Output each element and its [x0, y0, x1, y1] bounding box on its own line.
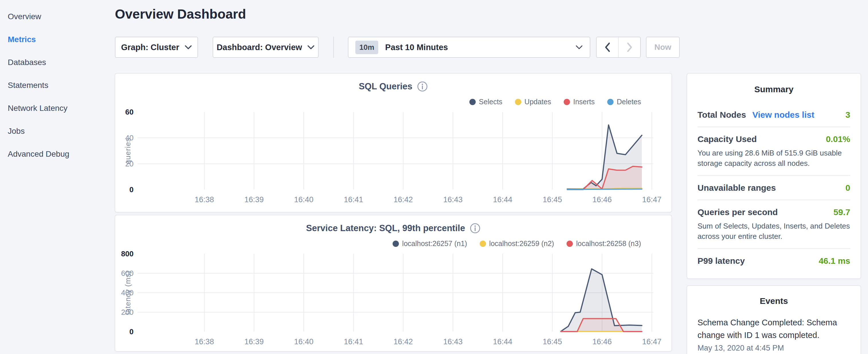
dashboard-dropdown[interactable]: Dashboard: Overview — [213, 37, 319, 58]
svg-text:16:47: 16:47 — [642, 195, 662, 204]
time-next-button[interactable] — [618, 37, 640, 57]
events-panel: Events Schema Change Completed: Schema c… — [687, 285, 861, 354]
page: OverviewMetricsDatabasesStatementsNetwor… — [0, 0, 868, 354]
controls-divider — [333, 37, 334, 58]
sidebar-item-network-latency[interactable]: Network Latency — [8, 98, 115, 121]
event-timestamp: May 13, 2020 at 4:45 PM — [698, 344, 850, 353]
summary-row: Queries per second59.7Sum of Selects, Up… — [698, 200, 850, 248]
svg-text:16:41: 16:41 — [344, 195, 363, 204]
graph-dropdown-label: Graph: Cluster — [121, 43, 179, 52]
events-list: Schema Change Completed: Schema change w… — [698, 316, 850, 353]
time-prev-button[interactable] — [597, 37, 618, 57]
summary-row-value: 3 — [845, 110, 850, 120]
time-range-badge: 10m — [355, 41, 378, 54]
graph-dropdown[interactable]: Graph: Cluster — [115, 37, 198, 58]
summary-row-value: 59.7 — [834, 207, 850, 217]
time-pager — [596, 37, 641, 58]
chevron-down-icon — [307, 45, 315, 50]
svg-text:16:38: 16:38 — [194, 195, 214, 204]
summary-title: Summary — [698, 84, 850, 95]
summary-row-value: 46.1 ms — [819, 256, 850, 266]
summary-row: Total NodesView nodes list3 — [698, 103, 850, 127]
svg-text:200: 200 — [121, 308, 133, 317]
summary-panel: Summary Total NodesView nodes list3Capac… — [687, 73, 861, 279]
summary-row: Capacity Used0.01%You are using 28.6 MiB… — [698, 127, 850, 175]
svg-text:16:40: 16:40 — [294, 195, 313, 204]
service-latency-plot: 16:3816:3916:4016:4116:4216:4316:4416:45… — [115, 215, 672, 351]
svg-text:20: 20 — [125, 160, 133, 168]
sidebar-item-metrics[interactable]: Metrics — [8, 29, 115, 52]
sidebar-item-overview[interactable]: Overview — [8, 6, 115, 29]
dashboard-dropdown-label: Dashboard: Overview — [217, 43, 302, 52]
summary-row-label: Capacity Used — [698, 134, 757, 144]
sidebar-item-statements[interactable]: Statements — [8, 75, 115, 98]
summary-row: P99 latency46.1 ms — [698, 248, 850, 273]
svg-text:16:42: 16:42 — [394, 195, 413, 204]
summary-row-subtext: Sum of Selects, Updates, Inserts, and De… — [698, 221, 850, 242]
svg-text:16:41: 16:41 — [344, 337, 363, 346]
sidebar-item-databases[interactable]: Databases — [8, 52, 115, 75]
svg-text:16:47: 16:47 — [642, 337, 662, 346]
view-nodes-list-link[interactable]: View nodes list — [752, 110, 814, 120]
page-title: Overview Dashboard — [115, 6, 246, 22]
time-range-selector[interactable]: 10m Past 10 Minutes — [348, 37, 590, 58]
svg-text:40: 40 — [125, 133, 133, 142]
summary-row-value: 0 — [845, 183, 850, 193]
svg-text:16:45: 16:45 — [543, 337, 562, 346]
summary-row-value: 0.01% — [826, 134, 850, 144]
svg-text:400: 400 — [121, 288, 133, 297]
chevron-down-icon — [576, 45, 583, 50]
summary-row-label: Queries per second — [698, 207, 778, 217]
chevron-left-icon — [604, 42, 611, 53]
svg-text:16:38: 16:38 — [194, 337, 214, 346]
service-latency-chart-card: Service Latency: SQL, 99th percentile lo… — [115, 215, 672, 352]
svg-text:60: 60 — [125, 108, 133, 116]
svg-text:0: 0 — [129, 327, 133, 336]
svg-text:16:43: 16:43 — [443, 337, 463, 346]
events-title: Events — [698, 296, 850, 307]
chevron-down-icon — [185, 45, 192, 50]
svg-text:16:45: 16:45 — [543, 195, 562, 204]
svg-text:16:42: 16:42 — [394, 337, 413, 346]
svg-text:16:43: 16:43 — [443, 195, 463, 204]
svg-text:16:44: 16:44 — [493, 337, 513, 346]
svg-text:16:40: 16:40 — [294, 337, 313, 346]
svg-text:16:46: 16:46 — [592, 337, 612, 346]
svg-text:16:39: 16:39 — [244, 195, 264, 204]
svg-text:16:39: 16:39 — [244, 337, 264, 346]
svg-text:800: 800 — [121, 250, 133, 258]
sidebar: OverviewMetricsDatabasesStatementsNetwor… — [0, 0, 115, 354]
svg-text:600: 600 — [121, 269, 133, 278]
summary-row-label: Unavailable ranges — [698, 183, 776, 193]
chevron-right-icon — [626, 42, 633, 53]
summary-row-label: Total Nodes — [698, 110, 746, 120]
sidebar-item-jobs[interactable]: Jobs — [8, 121, 115, 144]
summary-rows: Total NodesView nodes list3Capacity Used… — [698, 103, 850, 273]
summary-row-subtext: You are using 28.6 MiB of 515.9 GiB usab… — [698, 148, 850, 168]
time-range-label: Past 10 Minutes — [385, 43, 448, 52]
sql-queries-plot: 16:3816:3916:4016:4116:4216:4316:4416:45… — [115, 74, 672, 212]
svg-text:0: 0 — [129, 185, 133, 194]
svg-text:16:44: 16:44 — [493, 195, 513, 204]
sidebar-item-advanced-debug[interactable]: Advanced Debug — [8, 144, 115, 167]
svg-text:16:46: 16:46 — [592, 195, 612, 204]
sql-queries-chart-card: SQL Queries SelectsUpdatesInsertsDeletes… — [115, 73, 672, 213]
event-message[interactable]: Schema Change Completed: Schema change w… — [698, 316, 850, 342]
summary-row: Unavailable ranges0 — [698, 175, 850, 200]
summary-row-label: P99 latency — [698, 256, 745, 266]
now-button[interactable]: Now — [646, 37, 680, 58]
